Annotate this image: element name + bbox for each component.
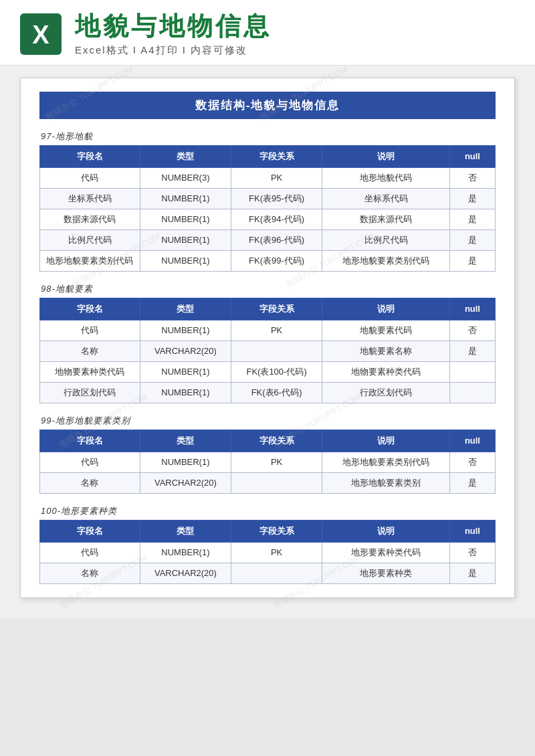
table-cell: 代码 [40, 452, 140, 472]
table-cell: 地貌要素代码 [322, 320, 450, 341]
table-cell: 否 [449, 167, 495, 188]
table-cell: 是 [449, 250, 495, 271]
table-cell: 名称 [40, 472, 140, 493]
table-cell: 代码 [40, 320, 140, 341]
table-cell: 是 [449, 563, 495, 583]
table-cell: 是 [449, 229, 495, 250]
table-section100: 字段名类型字段关系说明null代码NUMBER(1)PK地形要素种类代码否名称V… [39, 520, 496, 584]
table-cell: 是 [449, 209, 495, 229]
table-cell: 否 [449, 542, 495, 563]
table-cell: 比例尺代码 [322, 229, 450, 250]
table-cell [231, 341, 322, 361]
col-header-0: 字段名 [40, 520, 140, 542]
section-label-section100: 100-地形要素种类 [39, 500, 496, 520]
table-cell: 是 [449, 341, 495, 361]
table-cell: 坐标系代码 [322, 188, 450, 209]
table-cell: VARCHAR2(20) [140, 563, 231, 583]
table-cell: 地物要素种类代码 [40, 361, 140, 382]
table-cell: 地形地貌代码 [322, 167, 450, 188]
table-cell: 是 [449, 188, 495, 209]
table-cell: PK [231, 452, 322, 472]
table-cell: NUMBER(1) [140, 361, 231, 382]
section-spacer [39, 494, 496, 500]
col-header-0: 字段名 [40, 430, 140, 452]
table-cell: 行政区划代码 [40, 382, 140, 403]
col-header-3: 说明 [322, 520, 450, 542]
col-header-2: 字段关系 [231, 520, 322, 542]
section-label-section97: 97-地形地貌 [39, 126, 496, 145]
table-cell: 数据来源代码 [322, 209, 450, 229]
table-cell: 比例尺代码 [40, 229, 140, 250]
table-cell: NUMBER(3) [140, 167, 231, 188]
table-cell: 否 [449, 452, 495, 472]
table-cell: 行政区划代码 [322, 382, 450, 403]
table-cell: NUMBER(1) [140, 542, 231, 563]
col-header-1: 类型 [140, 520, 231, 542]
section-label-section99: 99-地形地貌要素类别 [39, 410, 496, 430]
table-cell: 名称 [40, 341, 140, 361]
col-header-1: 类型 [140, 430, 231, 452]
table-cell: FK(表99-代码) [231, 250, 322, 271]
section-spacer [39, 403, 496, 410]
table-cell: 地形要素种类 [322, 563, 450, 583]
table-cell: 地形地貌要素类别代码 [322, 452, 450, 472]
table-cell: 是 [449, 472, 495, 493]
table-cell: NUMBER(1) [140, 229, 231, 250]
col-header-4: null [449, 298, 495, 320]
col-header-1: 类型 [140, 298, 231, 320]
section-label-section98: 98-地貌要素 [39, 278, 496, 298]
table-row: 名称VARCHAR2(20)地貌要素名称是 [40, 341, 496, 361]
table-cell: 代码 [40, 167, 140, 188]
table-cell [231, 563, 322, 583]
col-header-1: 类型 [140, 145, 231, 167]
table-cell: 地物要素种类代码 [322, 361, 450, 382]
table-row: 代码NUMBER(1)PK地形地貌要素类别代码否 [40, 452, 496, 472]
col-header-3: 说明 [322, 145, 450, 167]
main-title: 地貌与地物信息 [75, 12, 272, 41]
table-cell: FK(表95-代码) [231, 188, 322, 209]
col-header-3: 说明 [322, 430, 450, 452]
section-spacer [39, 272, 496, 278]
table-cell: 数据来源代码 [40, 209, 140, 229]
table-cell: NUMBER(1) [140, 452, 231, 472]
table-cell: PK [231, 167, 322, 188]
section-spacer [39, 119, 496, 126]
table-row: 比例尺代码NUMBER(1)FK(表96-代码)比例尺代码是 [40, 229, 496, 250]
table-cell: FK(表6-代码) [231, 382, 322, 403]
col-header-4: null [449, 430, 495, 452]
table-cell: VARCHAR2(20) [140, 341, 231, 361]
table-section97: 字段名类型字段关系说明null代码NUMBER(3)PK地形地貌代码否坐标系代码… [39, 145, 496, 272]
col-header-2: 字段关系 [231, 145, 322, 167]
table-cell [231, 472, 322, 493]
table-cell: NUMBER(1) [140, 250, 231, 271]
doc-container: 数据结构-地貌与地物信息 97-地形地貌字段名类型字段关系说明null代码NUM… [20, 78, 515, 598]
table-row: 坐标系代码NUMBER(1)FK(表95-代码)坐标系代码是 [40, 188, 496, 209]
table-row: 行政区划代码NUMBER(1)FK(表6-代码)行政区划代码 [40, 382, 496, 403]
table-cell: 地形地貌要素类别代码 [40, 250, 140, 271]
table-cell: VARCHAR2(20) [140, 472, 231, 493]
table-cell: FK(表96-代码) [231, 229, 322, 250]
table-cell: 否 [449, 320, 495, 341]
table-cell: 名称 [40, 563, 140, 583]
table-row: 代码NUMBER(1)PK地形要素种类代码否 [40, 542, 496, 563]
table-cell: 代码 [40, 542, 140, 563]
table-cell: PK [231, 320, 322, 341]
col-header-2: 字段关系 [231, 298, 322, 320]
table-cell: 地形地貌要素类别代码 [322, 250, 450, 271]
table-cell [449, 361, 495, 382]
table-cell: 坐标系代码 [40, 188, 140, 209]
table-row: 代码NUMBER(1)PK地貌要素代码否 [40, 320, 496, 341]
header-text-block: 地貌与地物信息 Excel格式 I A4打印 I 内容可修改 [75, 12, 272, 57]
table-cell: NUMBER(1) [140, 188, 231, 209]
excel-logo-icon: X [20, 13, 62, 55]
sub-title: Excel格式 I A4打印 I 内容可修改 [75, 44, 272, 57]
table-cell: 地形地貌要素类别 [322, 472, 450, 493]
col-header-4: null [449, 145, 495, 167]
sections-container: 97-地形地貌字段名类型字段关系说明null代码NUMBER(3)PK地形地貌代… [39, 119, 496, 584]
svg-text:X: X [32, 21, 49, 49]
col-header-0: 字段名 [40, 298, 140, 320]
doc-header: 数据结构-地貌与地物信息 [39, 92, 496, 119]
col-header-2: 字段关系 [231, 430, 322, 452]
table-row: 地物要素种类代码NUMBER(1)FK(表100-代码)地物要素种类代码 [40, 361, 496, 382]
table-cell: NUMBER(1) [140, 320, 231, 341]
